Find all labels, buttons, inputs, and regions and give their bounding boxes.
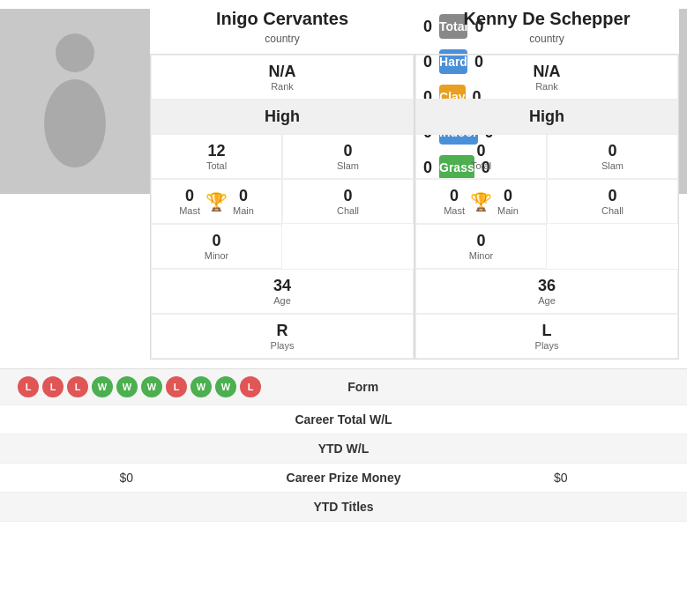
player1-main-value: 0 <box>233 187 254 205</box>
form-badge-8: W <box>215 376 236 397</box>
player1-minor-value: 0 <box>161 232 273 250</box>
player2-slam-label: Slam <box>556 160 668 171</box>
career-prize-row: $0 Career Prize Money $0 <box>0 464 687 493</box>
player1-card: Inigo Cervantes country N/A Rank High 12… <box>150 9 414 360</box>
player2-mast-value: 0 <box>444 187 465 205</box>
player1-chall-cell: 0 Chall <box>282 179 414 224</box>
form-badge-4: W <box>116 376 138 397</box>
player1-age-value: 34 <box>161 277 404 295</box>
player2-prize: $0 <box>452 471 669 485</box>
form-badge-0: L <box>18 376 39 397</box>
player2-card: Kenny De Schepper country N/A Rank High … <box>414 9 679 360</box>
player2-rank-label: Rank <box>425 81 668 92</box>
ytd-titles-row: YTD Titles <box>0 493 687 522</box>
player2-high-value: High <box>425 108 668 126</box>
player1-plays-value: R <box>161 322 404 340</box>
career-prize-label: Career Prize Money <box>235 471 452 485</box>
player1-minor-label: Minor <box>161 250 273 261</box>
player2-chall-label: Chall <box>556 205 668 216</box>
player2-chall-cell: 0 Chall <box>547 179 678 224</box>
player2-mast-label: Mast <box>444 205 465 216</box>
player1-chall-label: Chall <box>292 205 404 216</box>
player2-stats-grid: N/A Rank High 0 Total 0 Slam 0 Ma <box>414 54 679 360</box>
player1-age-label: Age <box>161 295 404 306</box>
player2-slam-value: 0 <box>556 142 668 160</box>
player2-total-value: 0 <box>425 142 537 160</box>
player1-rank-value: N/A <box>161 63 404 81</box>
player1-trophy-icon: 🏆 <box>205 191 228 212</box>
player2-mast-cell: 0 Mast 🏆 0 Main <box>415 179 547 224</box>
form-badge-7: W <box>190 376 212 397</box>
player2-main-label: Main <box>497 205 519 216</box>
player1-total-cell: 12 Total <box>151 134 282 179</box>
form-label: Form <box>261 380 466 394</box>
comparison-section: Inigo Cervantes country N/A Rank High 12… <box>0 0 687 368</box>
player2-trophy-icon: 🏆 <box>470 191 492 212</box>
player2-plays-value: L <box>425 322 668 340</box>
player1-slam-value: 0 <box>292 142 404 160</box>
player1-rank-label: Rank <box>161 81 404 92</box>
player2-age-value: 36 <box>425 277 668 295</box>
player1-slam-label: Slam <box>292 160 404 171</box>
player2-high-cell: High <box>415 100 678 134</box>
form-badge-3: W <box>92 376 113 397</box>
career-wl-row: Career Total W/L <box>0 405 687 434</box>
player2-total-cell: 0 Total <box>415 134 547 179</box>
player2-minor-value: 0 <box>425 232 537 250</box>
player2-name: Kenny De Schepper <box>464 9 631 29</box>
svg-point-0 <box>56 33 94 72</box>
player2-slam-cell: 0 Slam <box>547 134 678 179</box>
player2-main-value: 0 <box>497 187 519 205</box>
player2-minor-label: Minor <box>425 250 537 261</box>
player2-country: country <box>529 33 564 45</box>
ytd-titles-label: YTD Titles <box>235 500 452 514</box>
main-container: Inigo Cervantes country N/A Rank High 12… <box>0 0 687 522</box>
player2-minor-cell: 0 Minor <box>415 224 547 269</box>
form-badge-5: W <box>141 376 162 397</box>
career-wl-label: Career Total W/L <box>235 412 452 427</box>
form-badge-6: L <box>166 376 187 397</box>
player1-total-value: 12 <box>161 142 273 160</box>
form-badge-1: L <box>42 376 63 397</box>
player1-country: country <box>265 33 299 45</box>
player1-silhouette <box>31 26 119 176</box>
player1-high-value: High <box>161 108 404 126</box>
player1-rank-cell: N/A Rank <box>151 55 414 100</box>
form-badge-2: L <box>67 376 88 397</box>
player1-mast-value: 0 <box>179 187 200 205</box>
player1-photo <box>0 9 150 194</box>
player2-total-label: Total <box>425 160 537 171</box>
form-badge-9: L <box>240 376 261 397</box>
player2-photo <box>679 9 687 194</box>
player1-age-cell: 34 Age <box>151 269 414 314</box>
player2-plays-label: Plays <box>425 340 668 351</box>
player2-age-cell: 36 Age <box>415 269 678 314</box>
player1-slam-cell: 0 Slam <box>282 134 414 179</box>
player1-main-label: Main <box>233 205 254 216</box>
player2-chall-value: 0 <box>556 187 668 205</box>
player1-total-label: Total <box>161 160 273 171</box>
player1-high-cell: High <box>151 100 414 134</box>
player2-rank-value: N/A <box>425 63 668 81</box>
ytd-wl-label: YTD W/L <box>235 442 452 456</box>
bottom-section: LLLWWWLWWL Form Career Total W/L YTD W/L… <box>0 368 687 522</box>
player2-plays-cell: L Plays <box>415 314 678 359</box>
form-row: LLLWWWLWWL Form <box>0 369 687 405</box>
player1-chall-value: 0 <box>292 187 404 205</box>
form-badges: LLLWWWLWWL <box>18 376 261 397</box>
player1-plays-cell: R Plays <box>151 314 414 359</box>
svg-point-1 <box>44 79 106 167</box>
player1-name: Inigo Cervantes <box>216 9 348 29</box>
player1-mast-cell: 0 Mast 🏆 0 Main <box>151 179 282 224</box>
player1-stats-grid: N/A Rank High 12 Total 0 Slam <box>150 54 414 360</box>
ytd-wl-row: YTD W/L <box>0 434 687 464</box>
player1-prize: $0 <box>18 471 235 485</box>
player2-age-label: Age <box>425 295 668 306</box>
player1-minor-cell: 0 Minor <box>151 224 282 269</box>
player2-rank-cell: N/A Rank <box>415 55 678 100</box>
player1-mast-label: Mast <box>179 205 200 216</box>
player1-plays-label: Plays <box>161 340 404 351</box>
